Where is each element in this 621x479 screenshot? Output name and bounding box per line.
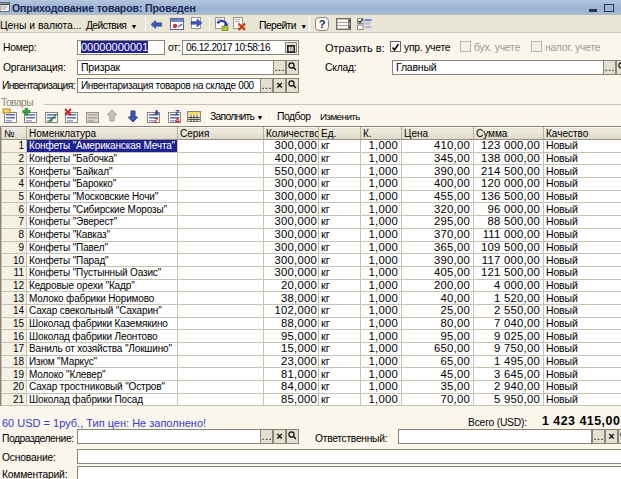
svg-text:Z: Z <box>154 117 159 124</box>
svg-text:A: A <box>175 117 180 124</box>
svg-text:Z: Z <box>175 109 180 116</box>
svg-text:A: A <box>154 109 159 116</box>
svg-text:?: ? <box>319 18 326 30</box>
